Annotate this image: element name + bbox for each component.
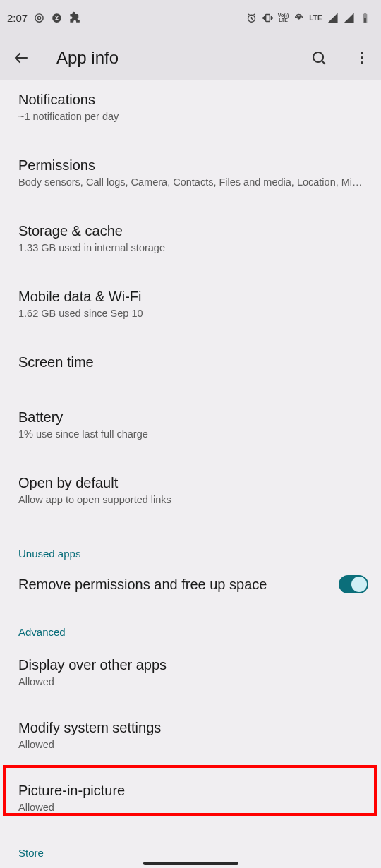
section-advanced: Advanced (0, 603, 381, 644)
shazam-icon (51, 12, 63, 24)
row-subtitle: Allowed (18, 738, 363, 751)
search-icon (310, 49, 327, 66)
row-subtitle: Body sensors, Call logs, Camera, Contact… (18, 176, 363, 188)
arrow-left-icon (13, 49, 30, 66)
row-mobile-data[interactable]: Mobile data & Wi-Fi 1.62 GB used since S… (0, 266, 381, 332)
camera-icon (33, 12, 45, 24)
row-title: Battery (18, 408, 363, 426)
row-display-over[interactable]: Display over other apps Allowed (0, 644, 381, 700)
search-button[interactable] (305, 44, 333, 72)
svg-point-7 (361, 52, 363, 54)
row-battery[interactable]: Battery 1% use since last full charge (0, 387, 381, 452)
status-time: 2:07 (7, 12, 28, 24)
row-title: Screen time (18, 353, 363, 371)
battery-icon (359, 12, 371, 24)
row-modify-system[interactable]: Modify system settings Allowed (0, 700, 381, 763)
row-open-by-default[interactable]: Open by default Allow app to open suppor… (0, 452, 381, 518)
more-button[interactable] (350, 44, 374, 72)
row-title: Picture-in-picture (18, 781, 363, 800)
more-vert-icon (353, 49, 370, 66)
row-title: Notifications (18, 90, 363, 109)
toggle-remove-permissions[interactable] (339, 575, 368, 593)
row-screen-time[interactable]: Screen time (0, 332, 381, 387)
section-store: Store (0, 826, 381, 864)
volte-icon: Vo)))LTE (278, 13, 289, 23)
row-storage[interactable]: Storage & cache 1.33 GB used in internal… (0, 200, 381, 266)
svg-point-6 (313, 52, 323, 62)
page-title: App info (56, 48, 119, 68)
row-title: Storage & cache (18, 222, 363, 240)
status-bar-right: Vo)))LTE LTE (246, 12, 371, 24)
svg-point-0 (35, 13, 43, 21)
row-subtitle: Allowed (18, 675, 363, 688)
signal-icon-2 (343, 12, 355, 24)
row-subtitle: Allowed (18, 801, 363, 814)
svg-point-8 (361, 56, 363, 59)
row-title: Mobile data & Wi-Fi (18, 287, 363, 306)
puzzle-icon (68, 11, 82, 25)
row-subtitle: 1.62 GB used since Sep 10 (18, 307, 363, 320)
svg-point-9 (361, 61, 363, 64)
hotspot-icon (293, 12, 305, 24)
nav-bar (0, 862, 381, 865)
row-title: Display over other apps (18, 656, 363, 674)
row-notifications[interactable]: Notifications ~1 notification per day (0, 80, 381, 135)
alarm-icon (246, 12, 258, 24)
nav-pill[interactable] (143, 862, 238, 865)
row-title: Permissions (18, 156, 363, 174)
toggle-knob (351, 577, 367, 592)
app-bar: App info (0, 35, 381, 80)
row-remove-permissions[interactable]: Remove permissions and free up space (0, 565, 381, 603)
row-subtitle: ~1 notification per day (18, 110, 363, 123)
status-bar: 2:07 Vo)))LTE LTE (0, 0, 381, 35)
section-unused-apps: Unused apps (0, 518, 381, 565)
svg-point-1 (38, 16, 41, 19)
row-subtitle: 1.33 GB used in internal storage (18, 241, 363, 254)
row-permissions[interactable]: Permissions Body sensors, Call logs, Cam… (0, 135, 381, 200)
row-subtitle: 1% use since last full charge (18, 428, 363, 440)
row-title: Open by default (18, 474, 363, 492)
row-title: Remove permissions and free up space (18, 577, 339, 593)
row-title: Modify system settings (18, 718, 363, 737)
row-subtitle: Allow app to open supported links (18, 493, 363, 506)
signal-icon-1 (327, 12, 339, 24)
vibrate-icon (262, 12, 274, 24)
settings-list[interactable]: Notifications ~1 notification per day Pe… (0, 80, 381, 868)
status-bar-left: 2:07 (7, 11, 82, 25)
svg-point-5 (298, 17, 300, 19)
row-pip[interactable]: Picture-in-picture Allowed (0, 763, 381, 826)
svg-rect-4 (265, 14, 270, 21)
back-button[interactable] (7, 44, 35, 72)
lte-label: LTE (309, 14, 322, 22)
